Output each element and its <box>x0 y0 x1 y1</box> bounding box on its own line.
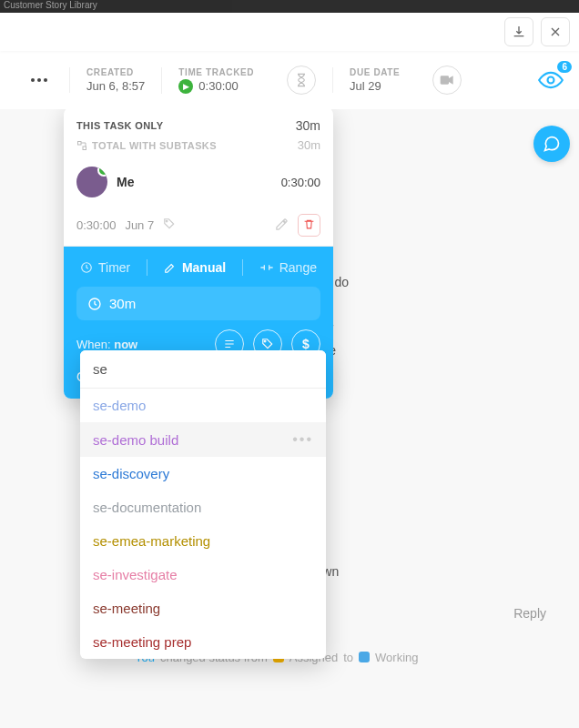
tab-manual[interactable]: Manual <box>164 260 226 275</box>
svg-rect-2 <box>78 141 82 145</box>
tag-autocomplete: se-demo•••se-demo build•••se-discovery••… <box>80 350 326 659</box>
with-subtasks-value: 30m <box>298 138 320 152</box>
tag-option[interactable]: se-demo build••• <box>80 422 326 457</box>
entry-duration: 0:30:00 <box>76 218 116 232</box>
user-name: Me <box>117 175 134 189</box>
created-label: CREATED <box>86 67 145 77</box>
svg-rect-0 <box>441 76 449 84</box>
tag-option[interactable]: se-discovery••• <box>80 457 326 490</box>
created-value: Jun 6, 8:57 <box>86 79 145 93</box>
estimate-icon[interactable] <box>287 66 316 95</box>
tag-option-label: se-investigate <box>93 567 178 582</box>
delete-entry-button[interactable] <box>298 214 320 237</box>
this-task-only-label: THIS TASK ONLY <box>76 120 163 131</box>
with-subtasks-label: TOTAL WITH SUBTASKS <box>76 140 217 151</box>
reply-link[interactable]: Reply <box>513 604 546 623</box>
tag-option[interactable]: se-documentation••• <box>80 490 326 524</box>
tag-icon[interactable] <box>163 217 176 233</box>
tag-option[interactable]: se-meeting prep••• <box>80 625 326 659</box>
mode-tabs: Timer Manual Range <box>76 259 320 276</box>
this-task-only-value: 30m <box>296 118 320 133</box>
tab-separator <box>147 259 147 276</box>
watchers-count: 6 <box>557 61 572 73</box>
entry-date: Jun 7 <box>125 218 154 232</box>
time-tracked-meta[interactable]: TIME TRACKED ▶ 0:30:00 <box>161 67 270 94</box>
when-label[interactable]: When: now <box>76 338 137 351</box>
time-summary: THIS TASK ONLY 30m TOTAL WITH SUBTASKS 3… <box>64 107 333 157</box>
close-button[interactable] <box>541 17 570 46</box>
time-entry-row[interactable]: 0:30:00 Jun 7 <box>64 207 333 247</box>
due-date-label: DUE DATE <box>350 67 400 77</box>
task-meta-row: CREATED Jun 6, 8:57 TIME TRACKED ▶ 0:30:… <box>0 51 579 109</box>
avatar <box>76 167 107 197</box>
duration-input-box[interactable] <box>76 287 320 320</box>
comments-fab[interactable] <box>533 126 570 162</box>
status-to: Working <box>375 649 418 667</box>
play-icon[interactable]: ▶ <box>178 79 193 94</box>
edit-icon[interactable] <box>275 217 289 234</box>
tag-option[interactable]: se-investigate••• <box>80 558 326 592</box>
time-tracked-label: TIME TRACKED <box>178 67 254 77</box>
time-user-row[interactable]: Me 0:30:00 <box>64 157 333 207</box>
tag-option-label: se-demo build <box>93 432 178 448</box>
tab-range[interactable]: Range <box>259 260 317 275</box>
svg-point-7 <box>264 340 266 342</box>
tag-option-label: se-documentation <box>93 500 201 515</box>
created-meta: CREATED Jun 6, 8:57 <box>69 67 161 93</box>
tag-option-label: se-meeting <box>93 601 160 616</box>
due-date-meta[interactable]: DUE DATE Jul 29 <box>332 67 416 93</box>
topbar <box>0 13 579 51</box>
clock-icon <box>87 297 102 311</box>
watchers-icon[interactable]: 6 <box>535 65 566 96</box>
tag-option-more-icon[interactable]: ••• <box>292 431 313 448</box>
tag-option[interactable]: se-emea-marketing••• <box>80 524 326 558</box>
user-total-time: 0:30:00 <box>281 176 320 189</box>
tab-timer[interactable]: Timer <box>80 260 130 275</box>
tag-search-input[interactable] <box>80 350 326 389</box>
time-tracked-duration: 0:30:00 <box>198 79 238 93</box>
tag-option-label: se-meeting prep <box>93 634 191 650</box>
time-tracked-value: ▶ 0:30:00 <box>178 79 254 94</box>
svg-rect-3 <box>83 147 86 150</box>
download-button[interactable] <box>504 17 533 46</box>
tag-option-label: se-discovery <box>93 466 169 481</box>
due-date-value: Jul 29 <box>350 79 400 93</box>
more-menu[interactable] <box>25 78 53 82</box>
svg-point-1 <box>548 77 554 84</box>
tag-option[interactable]: se-meeting••• <box>80 592 326 625</box>
video-call-icon[interactable] <box>432 66 462 95</box>
status-color-to <box>359 652 370 662</box>
tag-option-label: se-emea-marketing <box>93 533 210 549</box>
duration-input[interactable] <box>109 296 182 311</box>
activity-to: to <box>343 649 353 667</box>
tag-option[interactable]: se-demo••• <box>80 389 326 422</box>
tag-option-label: se-demo <box>93 398 146 413</box>
window-titlebar-hint: Customer Story Library <box>0 0 579 13</box>
tab-separator <box>242 259 243 276</box>
svg-point-4 <box>166 220 168 222</box>
